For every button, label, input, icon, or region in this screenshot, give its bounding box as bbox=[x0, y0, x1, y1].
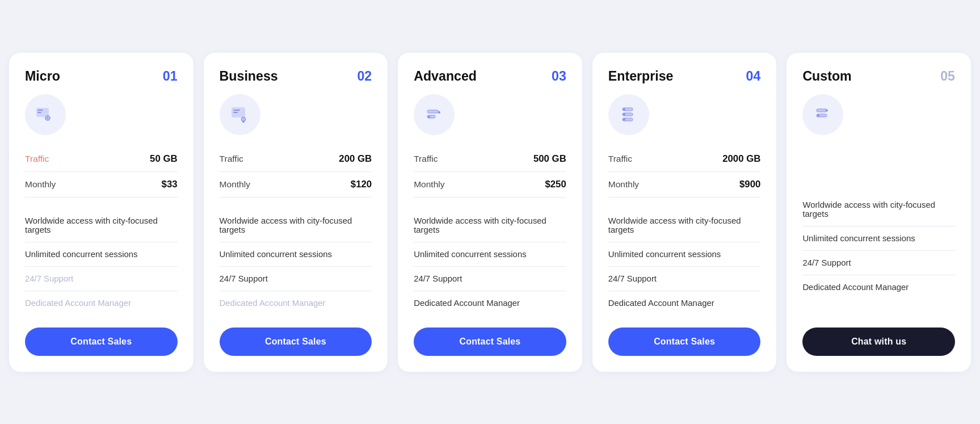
feature-item-2: 24/7 Support bbox=[802, 251, 955, 275]
card-features: Worldwide access with city-focused targe… bbox=[25, 209, 178, 315]
feature-item-3: Dedicated Account Manager bbox=[414, 291, 566, 315]
card-advanced: Advanced03 Traffic500 GBMonthly$250World… bbox=[398, 53, 582, 372]
traffic-value: 2000 GB bbox=[722, 153, 760, 165]
chat-button[interactable]: Chat with us bbox=[802, 328, 955, 356]
contact-sales-button[interactable]: Contact Sales bbox=[414, 328, 566, 356]
svg-rect-7 bbox=[233, 112, 238, 113]
monthly-row: Monthly$33 bbox=[25, 173, 178, 196]
feature-item-3: Dedicated Account Manager bbox=[608, 291, 761, 315]
svg-point-4 bbox=[47, 117, 49, 119]
svg-point-12 bbox=[438, 111, 440, 114]
no-stats-placeholder bbox=[802, 148, 955, 193]
feature-item-0: Worldwide access with city-focused targe… bbox=[25, 209, 178, 242]
card-number: 03 bbox=[552, 69, 566, 84]
svg-point-13 bbox=[428, 116, 430, 118]
card-number: 05 bbox=[940, 69, 955, 84]
svg-point-23 bbox=[817, 114, 819, 116]
monthly-row: Monthly$900 bbox=[608, 173, 761, 196]
svg-point-8 bbox=[241, 117, 245, 121]
monthly-value: $250 bbox=[545, 179, 566, 190]
traffic-row: Traffic2000 GB bbox=[608, 148, 761, 170]
svg-point-17 bbox=[623, 108, 625, 110]
card-business: Business02 Traffic200 GBMonthly$120World… bbox=[204, 53, 388, 372]
advanced-icon bbox=[414, 94, 455, 135]
card-title: Advanced bbox=[414, 69, 477, 84]
feature-item-1: Unlimited concurrent sessions bbox=[608, 242, 761, 267]
card-enterprise: Enterprise04 Traffic2000 GBMonthly$900Wo… bbox=[592, 53, 777, 372]
micro-icon bbox=[25, 94, 66, 135]
feature-item-1: Unlimited concurrent sessions bbox=[414, 242, 566, 267]
svg-rect-2 bbox=[37, 112, 41, 113]
monthly-label: Monthly bbox=[414, 179, 444, 190]
feature-item-3: Dedicated Account Manager bbox=[220, 291, 372, 315]
card-title: Custom bbox=[802, 69, 851, 84]
traffic-label: Traffic bbox=[608, 154, 632, 164]
card-title: Enterprise bbox=[608, 69, 674, 84]
svg-point-18 bbox=[623, 113, 625, 115]
svg-rect-9 bbox=[242, 121, 245, 123]
feature-item-2: 24/7 Support bbox=[220, 267, 372, 291]
card-header: Micro01 bbox=[25, 69, 178, 84]
contact-sales-button[interactable]: Contact Sales bbox=[220, 328, 372, 356]
pricing-cards: Micro01 Traffic50 GBMonthly$33Worldwide … bbox=[9, 53, 971, 372]
monthly-value: $33 bbox=[162, 179, 178, 190]
feature-item-2: 24/7 Support bbox=[25, 267, 178, 291]
card-features: Worldwide access with city-focused targe… bbox=[608, 209, 761, 315]
traffic-row: Traffic200 GB bbox=[220, 148, 372, 170]
svg-rect-6 bbox=[233, 110, 240, 111]
feature-item-1: Unlimited concurrent sessions bbox=[802, 226, 955, 251]
svg-point-19 bbox=[623, 118, 625, 120]
card-stats: Traffic500 GBMonthly$250 bbox=[414, 148, 566, 199]
monthly-value: $900 bbox=[739, 179, 760, 190]
monthly-value: $120 bbox=[351, 179, 372, 190]
card-title: Business bbox=[220, 69, 278, 84]
card-header: Advanced03 bbox=[414, 69, 566, 84]
svg-rect-10 bbox=[427, 110, 439, 113]
feature-item-0: Worldwide access with city-focused targe… bbox=[802, 193, 955, 226]
traffic-label: Traffic bbox=[220, 154, 243, 164]
traffic-label: Traffic bbox=[414, 154, 438, 164]
traffic-row: Traffic500 GB bbox=[414, 148, 566, 170]
card-header: Enterprise04 bbox=[608, 69, 761, 84]
card-features: Worldwide access with city-focused targe… bbox=[220, 209, 372, 315]
business-icon bbox=[220, 94, 260, 135]
svg-rect-1 bbox=[37, 110, 43, 111]
card-number: 01 bbox=[163, 69, 178, 84]
traffic-value: 200 GB bbox=[339, 153, 372, 165]
card-features: Worldwide access with city-focused targe… bbox=[802, 193, 955, 315]
monthly-row: Monthly$120 bbox=[220, 173, 372, 196]
feature-item-0: Worldwide access with city-focused targe… bbox=[220, 209, 372, 242]
feature-item-2: 24/7 Support bbox=[414, 267, 566, 291]
enterprise-icon bbox=[608, 94, 649, 135]
feature-item-1: Unlimited concurrent sessions bbox=[220, 242, 372, 267]
feature-item-0: Worldwide access with city-focused targe… bbox=[608, 209, 761, 242]
card-header: Business02 bbox=[220, 69, 372, 84]
monthly-label: Monthly bbox=[608, 179, 639, 190]
feature-item-2: 24/7 Support bbox=[608, 267, 761, 291]
monthly-label: Monthly bbox=[25, 179, 56, 190]
feature-item-1: Unlimited concurrent sessions bbox=[25, 242, 178, 267]
card-header: Custom05 bbox=[802, 69, 955, 84]
card-number: 04 bbox=[746, 69, 761, 84]
svg-rect-20 bbox=[817, 109, 827, 112]
card-custom: Custom05 Worldwide access with city-focu… bbox=[786, 53, 971, 372]
contact-sales-button[interactable]: Contact Sales bbox=[25, 328, 178, 356]
feature-item-3: Dedicated Account Manager bbox=[25, 291, 178, 315]
traffic-value: 500 GB bbox=[533, 153, 566, 165]
feature-item-3: Dedicated Account Manager bbox=[802, 275, 955, 299]
monthly-row: Monthly$250 bbox=[414, 173, 566, 196]
card-stats: Traffic2000 GBMonthly$900 bbox=[608, 148, 761, 199]
contact-sales-button[interactable]: Contact Sales bbox=[608, 328, 761, 356]
card-micro: Micro01 Traffic50 GBMonthly$33Worldwide … bbox=[9, 53, 194, 372]
card-stats: Traffic200 GBMonthly$120 bbox=[220, 148, 372, 199]
traffic-label: Traffic bbox=[25, 154, 49, 164]
traffic-row: Traffic50 GB bbox=[25, 148, 178, 170]
custom-icon bbox=[802, 94, 843, 135]
card-number: 02 bbox=[357, 69, 372, 84]
traffic-value: 50 GB bbox=[150, 153, 178, 165]
card-stats: Traffic50 GBMonthly$33 bbox=[25, 148, 178, 199]
monthly-label: Monthly bbox=[220, 179, 250, 190]
card-features: Worldwide access with city-focused targe… bbox=[414, 209, 566, 315]
feature-item-0: Worldwide access with city-focused targe… bbox=[414, 209, 566, 242]
card-title: Micro bbox=[25, 69, 60, 84]
